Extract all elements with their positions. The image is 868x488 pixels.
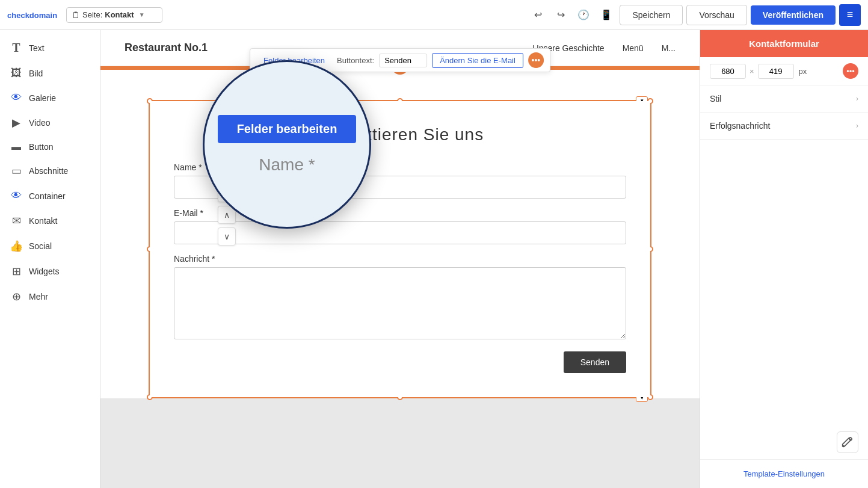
sidebar-item-bild[interactable]: 🖼 Bild: [0, 61, 100, 85]
container-icon: 👁: [10, 190, 23, 202]
message-label: Nachricht *: [174, 254, 626, 264]
form-section: Kontaktieren Sie uns Name * E-Mail *: [150, 101, 650, 397]
right-panel-stil[interactable]: Stil ›: [700, 85, 868, 113]
contact-form: Name * E-Mail * Nachricht *: [174, 162, 626, 373]
template-settings-button[interactable]: Template-Einstellungen: [743, 469, 825, 478]
change-email-button[interactable]: Ändern Sie die E-Mail: [432, 53, 523, 68]
redo-button[interactable]: ↪: [551, 5, 570, 25]
move-down-button[interactable]: ∨: [218, 227, 236, 246]
delete-button[interactable]: 🗑: [218, 162, 236, 181]
buttontext-input[interactable]: [379, 54, 427, 67]
name-field: Name *: [174, 162, 626, 199]
sidebar-item-video[interactable]: ▶ Video: [0, 110, 100, 135]
site-nav-links: Unsere Geschichte Menü M...: [533, 43, 676, 53]
page-label-text: Seite:: [82, 10, 102, 19]
page-icon: 🗒: [72, 10, 80, 20]
sidebar-item-label: Kontakt: [29, 216, 57, 226]
felder-bearbeiten-button[interactable]: Felder bearbeiten: [256, 54, 332, 67]
right-panel-footer: Template-Einstellungen: [700, 459, 868, 488]
form-title: Kontaktieren Sie uns: [174, 125, 626, 144]
sidebar-item-social[interactable]: 👍 Social: [0, 233, 100, 259]
buttontext-label: Buttontext:: [337, 56, 374, 65]
duplicate-button[interactable]: ⧉: [218, 184, 236, 202]
email-field: E-Mail *: [174, 208, 626, 244]
email-label: E-Mail *: [174, 208, 626, 218]
right-panel: Kontaktformular × px ••• Stil › Erfolgsn…: [700, 30, 868, 488]
text-icon: T: [10, 41, 23, 55]
gallery-icon: 👁: [10, 91, 23, 104]
social-icon: 👍: [10, 239, 23, 253]
sidebar-item-text[interactable]: T Text: [0, 35, 100, 61]
left-controls: 🗑 ⧉ ∧ ∨: [218, 162, 236, 246]
paint-button[interactable]: [837, 431, 858, 453]
sidebar-item-mehr[interactable]: ⊕ Mehr: [0, 284, 100, 309]
message-field: Nachricht *: [174, 254, 626, 342]
submit-button[interactable]: Senden: [564, 351, 626, 373]
right-panel-spacer: [700, 140, 868, 425]
email-input[interactable]: [174, 221, 626, 244]
width-input[interactable]: [710, 64, 746, 79]
sidebar-item-label: Galerie: [29, 93, 56, 103]
name-input[interactable]: [174, 176, 626, 199]
form-selection-wrapper: ▾ ▾ Kontaktieren Sie uns Name * E-Mail *: [149, 100, 651, 398]
svg-point-1: [843, 445, 845, 447]
widgets-icon: ⊞: [10, 265, 23, 278]
sidebar-item-button[interactable]: ▬ Button: [0, 135, 100, 158]
sidebar-item-galerie[interactable]: 👁 Galerie: [0, 85, 100, 110]
preview-button[interactable]: Vorschau: [686, 5, 746, 25]
page-name: Kontakt: [105, 10, 134, 19]
sidebar-item-abschnitte[interactable]: ▭ Abschnitte: [0, 158, 100, 184]
stil-label: Stil: [710, 94, 856, 103]
svg-text:checkdomain: checkdomain: [7, 11, 57, 20]
logo: checkdomain: [7, 8, 61, 22]
right-panel-dims: × px •••: [700, 57, 868, 85]
device-button[interactable]: 📱: [597, 5, 616, 25]
save-button[interactable]: Speichern: [620, 5, 683, 25]
mehr-icon: ⊕: [10, 290, 23, 303]
sections-icon: ▭: [10, 164, 23, 178]
sidebar-item-widgets[interactable]: ⊞ Widgets: [0, 259, 100, 284]
publish-button[interactable]: Veröffentlichen: [751, 5, 836, 25]
sidebar: T Text 🖼 Bild 👁 Galerie ▶ Video ▬ Button…: [0, 30, 100, 488]
page-selector[interactable]: 🗒 Seite: Kontakt ▼: [66, 7, 162, 23]
contact-icon: ✉: [10, 214, 23, 227]
topbar-actions: ↩ ↪ 🕐 📱 Speichern Vorschau Veröffentlich…: [528, 4, 861, 26]
right-panel-title: Kontaktformular: [700, 30, 868, 57]
sidebar-item-label: Bild: [29, 69, 43, 78]
menu-button[interactable]: ≡: [839, 4, 861, 26]
name-label: Name *: [174, 162, 626, 172]
sidebar-item-label: Text: [29, 43, 45, 53]
nav-link-2[interactable]: Menü: [623, 43, 644, 53]
sidebar-item-label: Abschnitte: [29, 166, 68, 176]
dim-separator: ×: [749, 67, 754, 76]
image-icon: 🖼: [10, 67, 23, 79]
sidebar-item-container[interactable]: 👁 Container: [0, 184, 100, 208]
paint-icon-area: [700, 425, 868, 459]
form-toolbar-row: Felder bearbeiten Buttontext: Ändern Sie…: [149, 70, 651, 100]
stil-chevron-icon: ›: [856, 94, 858, 103]
form-toolbar: Felder bearbeiten Buttontext: Ändern Sie…: [250, 48, 550, 72]
topbar: checkdomain 🗒 Seite: Kontakt ▼ ↩ ↪ 🕐 📱 S…: [0, 0, 868, 30]
sidebar-item-label: Video: [29, 118, 51, 128]
sidebar-item-label: Button: [29, 142, 53, 152]
move-up-button[interactable]: ∧: [218, 206, 236, 224]
sidebar-item-kontakt[interactable]: ✉ Kontakt: [0, 208, 100, 233]
form-more-button[interactable]: •••: [528, 52, 544, 68]
main-layout: T Text 🖼 Bild 👁 Galerie ▶ Video ▬ Button…: [0, 30, 868, 488]
undo-button[interactable]: ↩: [528, 5, 547, 25]
sidebar-item-label: Mehr: [29, 292, 48, 301]
button-icon: ▬: [10, 141, 23, 152]
height-input[interactable]: [758, 64, 794, 79]
erfolgsnachricht-chevron-icon: ›: [856, 122, 858, 130]
sidebar-item-label: Container: [29, 191, 66, 201]
site-brand: Restaurant No.1: [125, 42, 208, 54]
history-button[interactable]: 🕐: [574, 5, 593, 25]
website-preview: Restaurant No.1 Unsere Geschichte Menü M…: [100, 30, 700, 398]
message-textarea[interactable]: [174, 267, 626, 339]
dim-more-button[interactable]: •••: [843, 63, 858, 79]
sidebar-item-label: Social: [29, 241, 52, 251]
video-icon: ▶: [10, 116, 23, 129]
submit-row: Senden: [174, 351, 626, 373]
nav-link-3[interactable]: M...: [662, 43, 676, 53]
right-panel-erfolgsnachricht[interactable]: Erfolgsnachricht ›: [700, 113, 868, 140]
